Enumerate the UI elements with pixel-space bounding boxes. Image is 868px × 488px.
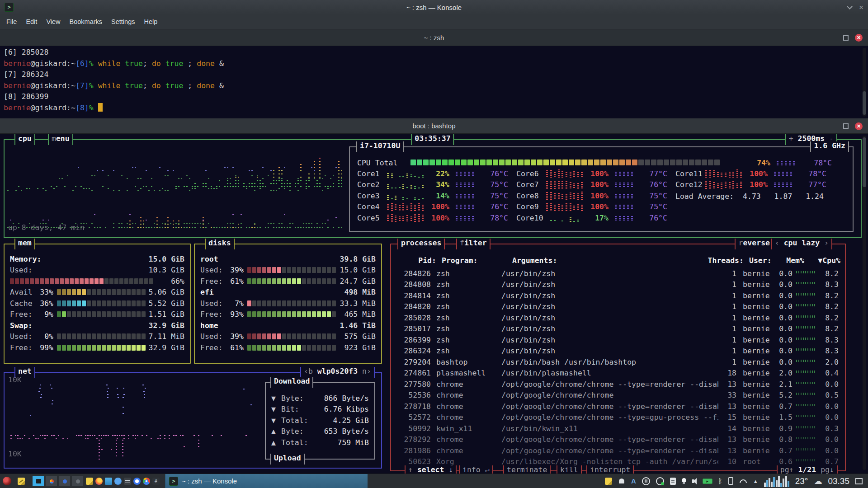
taskbar-clock[interactable]: 03.35 xyxy=(828,476,849,486)
process-row[interactable]: 52572chrome/opt/google/chrome/chrome --t… xyxy=(396,412,839,423)
close-tab-icon[interactable]: ✕ xyxy=(855,122,863,130)
detach-tab-icon[interactable] xyxy=(843,35,849,41)
sort-selector[interactable]: ‹ cpu lazy › xyxy=(771,239,832,249)
kdeconnect-icon[interactable] xyxy=(728,477,733,485)
menu-item-help[interactable]: Help xyxy=(139,18,162,25)
thunderbird-icon[interactable] xyxy=(114,478,122,485)
keyboard-layout-indicator[interactable]: A xyxy=(631,477,636,485)
net-scale-bottom: 10K xyxy=(8,449,22,460)
process-row[interactable]: 279204bashtop/usr/bin/bash /usr/bin/bash… xyxy=(396,357,839,368)
process-row[interactable]: 281986chrome/opt/google/chrome/chrome --… xyxy=(396,445,839,456)
meter-row: Free:93%465 MiB xyxy=(200,309,376,320)
col-pid[interactable]: Pid: xyxy=(402,256,436,265)
cpu-frequency: 1.6 GHz xyxy=(810,141,849,152)
core-temp-meter xyxy=(615,171,635,177)
process-row[interactable]: 284820zsh/usr/bin/zsh1bernie0.08.2 xyxy=(396,301,839,313)
reverse-button[interactable]: reverse xyxy=(735,239,774,249)
terminal-output[interactable]: [6] 285028bernie@giskard:~[6]% while tru… xyxy=(0,46,868,118)
task-konsole-active[interactable] xyxy=(32,476,44,487)
process-row[interactable]: 284826zsh/usr/bin/zsh1bernie0.08.2 xyxy=(396,268,839,279)
process-row[interactable]: 286399zsh/usr/bin/zsh1bernie0.08.3 xyxy=(396,334,839,346)
meter-label: Free:61% xyxy=(200,277,247,286)
terminal-scrollbar[interactable] xyxy=(863,48,866,117)
taskbar-task-konsole[interactable]: > ~ : zsh — Konsole xyxy=(165,474,368,488)
tab-title-bashtop[interactable]: boot : bashtop xyxy=(0,118,868,134)
weather-cloud-icon[interactable]: ☁ xyxy=(814,476,822,486)
weather-temp[interactable]: 23° xyxy=(795,476,808,486)
folder-icon[interactable] xyxy=(105,478,112,485)
clipboard-icon[interactable] xyxy=(670,478,676,485)
tabbar-bashtop[interactable]: boot : bashtop ✕ xyxy=(0,118,868,134)
knotes-tray-icon[interactable] xyxy=(605,478,612,485)
col-user[interactable]: User: xyxy=(749,256,772,265)
col-threads[interactable]: Threads: xyxy=(667,256,744,265)
net-stat-row: ▼Byte:866 Byte/s xyxy=(271,393,369,404)
process-row[interactable]: 50992kwin_x11/usr/bin/kwin_x1114bernie0.… xyxy=(396,423,839,434)
meter xyxy=(247,300,336,306)
process-row[interactable]: 286324zsh/usr/bin/zsh1bernie0.08.3 xyxy=(396,346,839,357)
detach-tab-icon[interactable] xyxy=(843,123,849,129)
process-row[interactable]: 284814zsh/usr/bin/zsh1bernie0.08.2 xyxy=(396,290,839,301)
tabbar-zsh[interactable]: ~ : zsh ✕ xyxy=(0,29,868,46)
menu-item-edit[interactable]: Edit xyxy=(21,18,42,25)
col-program[interactable]: Program: xyxy=(442,256,477,265)
show-desktop-widget[interactable] xyxy=(855,478,863,484)
grid-app-icon[interactable]: # xyxy=(152,478,160,485)
process-row[interactable]: 278718chrome/opt/google/chrome/chrome --… xyxy=(396,401,839,412)
net-device-selector[interactable]: ‹b wlp0s20f3 n› xyxy=(300,367,375,378)
menu-item-file[interactable]: File xyxy=(2,18,21,25)
window-titlebar[interactable]: > ~ : zsh — Konsole × xyxy=(0,0,868,14)
process-cpu-dots xyxy=(793,382,819,387)
media-pause-icon[interactable] xyxy=(642,477,650,485)
bluetooth-icon[interactable]: ᛒ xyxy=(718,477,722,485)
close-icon[interactable]: × xyxy=(859,4,863,11)
col-cpu[interactable]: ▼Cpu% xyxy=(798,256,840,265)
tab-title-zsh[interactable]: ~ : zsh xyxy=(0,29,868,46)
menu-item-view[interactable]: View xyxy=(42,18,65,25)
volume-icon[interactable] xyxy=(692,478,697,484)
cpu-box-title: cpu xyxy=(14,134,35,145)
meter-row: Avail33%5.06 GiB xyxy=(10,287,184,298)
meter-row: Used:39%575 GiB xyxy=(200,331,376,343)
app-launcher-icon[interactable] xyxy=(3,477,11,485)
firefox-icon[interactable] xyxy=(95,478,103,485)
meter xyxy=(57,300,146,306)
system-load-widget[interactable] xyxy=(764,475,789,487)
bashtop-scrollbar-thumb[interactable] xyxy=(863,137,866,187)
wifi-icon[interactable] xyxy=(739,479,747,484)
menu-item-bookmarks[interactable]: Bookmarks xyxy=(65,18,107,25)
minimize-icon[interactable] xyxy=(847,4,853,9)
task-window-4[interactable] xyxy=(71,476,84,487)
terminal-line: bernie@giskard:~[6]% while true; do true… xyxy=(4,58,868,70)
terminal-scrollbar-thumb[interactable] xyxy=(863,91,866,115)
process-row[interactable]: 52536chrome/opt/google/chrome/chrome33be… xyxy=(396,390,839,401)
process-row[interactable]: 274861plasmashell/usr/bin/plasmashell18b… xyxy=(396,368,839,379)
task-window-3[interactable] xyxy=(58,476,71,487)
notifications-icon[interactable] xyxy=(618,478,625,485)
notes-launcher-icon[interactable] xyxy=(18,478,25,485)
night-color-icon[interactable] xyxy=(682,478,686,484)
meter-label: Used:7% xyxy=(200,299,247,308)
note-launcher-icon[interactable] xyxy=(86,478,93,485)
expand-tray-icon[interactable]: ▲ xyxy=(753,479,758,484)
signal-icon[interactable] xyxy=(133,478,141,485)
filter-button[interactable]: filter xyxy=(456,239,491,249)
process-row[interactable]: 285028zsh/usr/bin/zsh1bernie0.08.2 xyxy=(396,312,839,324)
meter-row: Used:0%7.11 MiB xyxy=(10,331,184,343)
core-usage-graph xyxy=(705,181,744,189)
process-row[interactable]: 284808zsh/usr/bin/zsh1bernie0.08.3 xyxy=(396,279,839,291)
task-window-2[interactable] xyxy=(45,476,57,487)
screen-record-icon[interactable] xyxy=(656,477,664,485)
processes-box-title: processes xyxy=(397,239,445,249)
settings-icon[interactable] xyxy=(124,478,131,485)
process-row[interactable]: 277580chrome/opt/google/chrome/chrome --… xyxy=(396,379,839,390)
battery-icon[interactable]: ▸ xyxy=(703,479,712,484)
chrome-icon[interactable] xyxy=(143,478,150,485)
process-row[interactable]: 278292chrome/opt/google/chrome/chrome --… xyxy=(396,434,839,446)
col-arguments[interactable]: Arguments: xyxy=(512,256,557,265)
menu-button[interactable]: menu xyxy=(48,134,73,145)
menu-item-settings[interactable]: Settings xyxy=(107,18,139,25)
bashtop-scrollbar[interactable] xyxy=(863,136,866,470)
close-tab-icon[interactable]: ✕ xyxy=(855,34,863,42)
process-row[interactable]: 285017zsh/usr/bin/zsh1bernie0.08.2 xyxy=(396,324,839,335)
